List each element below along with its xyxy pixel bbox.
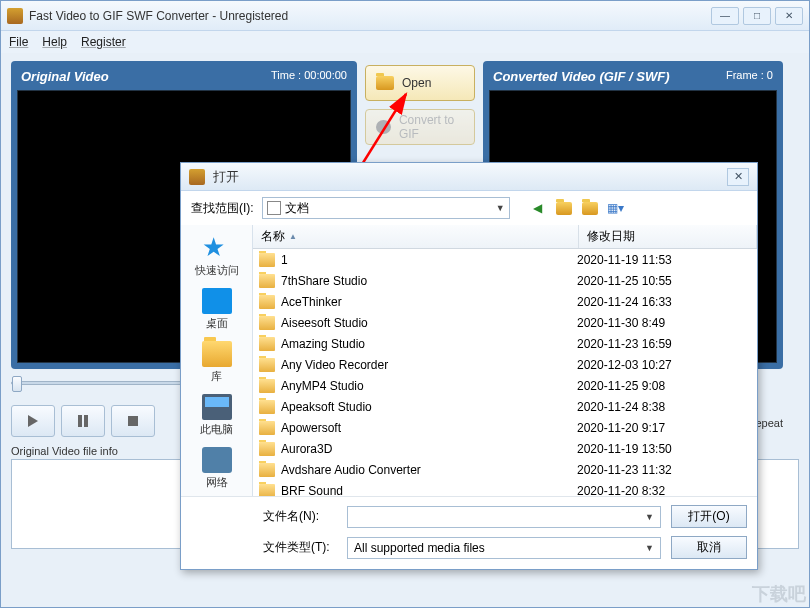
menu-file[interactable]: File bbox=[9, 35, 28, 49]
file-date: 2020-11-30 8:49 bbox=[577, 316, 757, 330]
open-file-dialog: 打开 ✕ 查找范围(I): 文档 ▼ ◀ ▦▾ ★快速访问 桌面 库 此电脑 网… bbox=[180, 162, 758, 570]
column-name[interactable]: 名称 ▲ bbox=[253, 225, 579, 248]
star-icon: ★ bbox=[202, 235, 232, 261]
file-name: Apeaksoft Studio bbox=[281, 400, 577, 414]
new-folder-icon[interactable] bbox=[580, 198, 600, 218]
place-libraries[interactable]: 库 bbox=[185, 337, 249, 388]
maximize-button[interactable]: □ bbox=[743, 7, 771, 25]
place-desktop[interactable]: 桌面 bbox=[185, 284, 249, 335]
places-bar: ★快速访问 桌面 库 此电脑 网络 bbox=[181, 225, 253, 496]
file-row[interactable]: Apeaksoft Studio2020-11-24 8:38 bbox=[253, 396, 757, 417]
sort-asc-icon: ▲ bbox=[289, 232, 297, 241]
stop-button[interactable] bbox=[111, 405, 155, 437]
folder-icon bbox=[259, 463, 275, 477]
place-quick-access[interactable]: ★快速访问 bbox=[185, 231, 249, 282]
file-date: 2020-11-25 9:08 bbox=[577, 379, 757, 393]
file-date: 2020-11-23 11:32 bbox=[577, 463, 757, 477]
file-name: Aiseesoft Studio bbox=[281, 316, 577, 330]
folder-icon bbox=[259, 484, 275, 497]
documents-icon bbox=[267, 201, 281, 215]
back-icon[interactable]: ◀ bbox=[528, 198, 548, 218]
folder-icon bbox=[259, 379, 275, 393]
svg-marker-0 bbox=[28, 415, 38, 427]
network-icon bbox=[202, 447, 232, 473]
app-icon bbox=[7, 8, 23, 24]
pause-button[interactable] bbox=[61, 405, 105, 437]
file-name: AceThinker bbox=[281, 295, 577, 309]
folder-icon bbox=[259, 337, 275, 351]
folder-icon bbox=[259, 253, 275, 267]
file-row[interactable]: Avdshare Audio Converter2020-11-23 11:32 bbox=[253, 459, 757, 480]
menu-bar: File Help Register bbox=[1, 31, 809, 53]
file-row[interactable]: BRF Sound2020-11-20 8:32 bbox=[253, 480, 757, 496]
frame-display: Frame : 0 bbox=[726, 69, 773, 84]
file-row[interactable]: 12020-11-19 11:53 bbox=[253, 249, 757, 270]
convert-icon bbox=[376, 120, 391, 134]
file-name: Avdshare Audio Converter bbox=[281, 463, 577, 477]
dialog-titlebar[interactable]: 打开 ✕ bbox=[181, 163, 757, 191]
column-date[interactable]: 修改日期 bbox=[579, 225, 757, 248]
close-button[interactable]: ✕ bbox=[775, 7, 803, 25]
chevron-down-icon: ▼ bbox=[645, 543, 654, 553]
file-row[interactable]: Amazing Studio2020-11-23 16:59 bbox=[253, 333, 757, 354]
file-name: 7thShare Studio bbox=[281, 274, 577, 288]
convert-button-label: Convert to GIF bbox=[399, 113, 464, 141]
place-thispc[interactable]: 此电脑 bbox=[185, 390, 249, 441]
filename-input[interactable]: ▼ bbox=[347, 506, 661, 528]
window-title: Fast Video to GIF SWF Converter - Unregi… bbox=[29, 9, 711, 23]
dialog-cancel-button[interactable]: 取消 bbox=[671, 536, 747, 559]
file-row[interactable]: AnyMP4 Studio2020-11-25 9:08 bbox=[253, 375, 757, 396]
monitor-icon bbox=[202, 288, 232, 314]
minimize-button[interactable]: — bbox=[711, 7, 739, 25]
open-button[interactable]: Open bbox=[365, 65, 475, 101]
up-folder-icon[interactable] bbox=[554, 198, 574, 218]
menu-help[interactable]: Help bbox=[42, 35, 67, 49]
dialog-title: 打开 bbox=[213, 168, 727, 186]
svg-rect-2 bbox=[84, 415, 88, 427]
file-date: 2020-11-24 8:38 bbox=[577, 400, 757, 414]
file-name: Apowersoft bbox=[281, 421, 577, 435]
folder-icon bbox=[259, 274, 275, 288]
dialog-open-button[interactable]: 打开(O) bbox=[671, 505, 747, 528]
list-header: 名称 ▲ 修改日期 bbox=[253, 225, 757, 249]
chevron-down-icon: ▼ bbox=[496, 203, 505, 213]
original-video-title: Original Video bbox=[21, 69, 109, 84]
file-row[interactable]: Aiseesoft Studio2020-11-30 8:49 bbox=[253, 312, 757, 333]
file-date: 2020-12-03 10:27 bbox=[577, 358, 757, 372]
filetype-combo[interactable]: All supported media files▼ bbox=[347, 537, 661, 559]
file-row[interactable]: Apowersoft2020-11-20 9:17 bbox=[253, 417, 757, 438]
svg-rect-3 bbox=[128, 416, 138, 426]
main-titlebar[interactable]: Fast Video to GIF SWF Converter - Unregi… bbox=[1, 1, 809, 31]
file-date: 2020-11-23 16:59 bbox=[577, 337, 757, 351]
svg-rect-1 bbox=[78, 415, 82, 427]
play-button[interactable] bbox=[11, 405, 55, 437]
time-display: Time : 00:00:00 bbox=[271, 69, 347, 84]
lookin-value: 文档 bbox=[285, 200, 309, 217]
folder-icon bbox=[259, 400, 275, 414]
folder-icon bbox=[202, 341, 232, 367]
file-row[interactable]: 7thShare Studio2020-11-25 10:55 bbox=[253, 270, 757, 291]
folder-icon bbox=[259, 358, 275, 372]
chevron-down-icon: ▼ bbox=[645, 512, 654, 522]
file-name: BRF Sound bbox=[281, 484, 577, 497]
menu-register[interactable]: Register bbox=[81, 35, 126, 49]
place-network[interactable]: 网络 bbox=[185, 443, 249, 494]
file-row[interactable]: AceThinker2020-11-24 16:33 bbox=[253, 291, 757, 312]
pc-icon bbox=[202, 394, 232, 420]
convert-button[interactable]: Convert to GIF bbox=[365, 109, 475, 145]
file-row[interactable]: Aurora3D2020-11-19 13:50 bbox=[253, 438, 757, 459]
lookin-label: 查找范围(I): bbox=[191, 200, 254, 217]
file-name: Any Video Recorder bbox=[281, 358, 577, 372]
file-date: 2020-11-20 8:32 bbox=[577, 484, 757, 497]
lookin-combo[interactable]: 文档 ▼ bbox=[262, 197, 510, 219]
file-date: 2020-11-19 11:53 bbox=[577, 253, 757, 267]
dialog-close-button[interactable]: ✕ bbox=[727, 168, 749, 186]
file-row[interactable]: Any Video Recorder2020-12-03 10:27 bbox=[253, 354, 757, 375]
file-date: 2020-11-20 9:17 bbox=[577, 421, 757, 435]
open-button-label: Open bbox=[402, 76, 431, 90]
filename-label: 文件名(N): bbox=[263, 508, 337, 525]
file-name: AnyMP4 Studio bbox=[281, 379, 577, 393]
file-date: 2020-11-25 10:55 bbox=[577, 274, 757, 288]
slider-thumb[interactable] bbox=[12, 376, 22, 392]
view-menu-icon[interactable]: ▦▾ bbox=[606, 198, 626, 218]
